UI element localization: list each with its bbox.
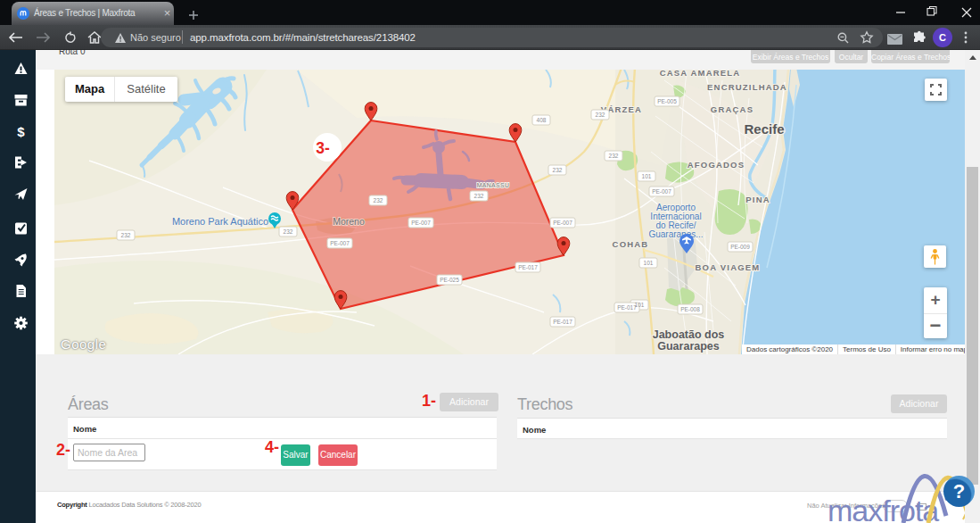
svg-text:GRAÇAS: GRAÇAS xyxy=(711,104,754,114)
svg-text:232: 232 xyxy=(474,193,484,199)
svg-text:PE-007: PE-007 xyxy=(411,220,431,226)
svg-text:ENCRUZILHADA: ENCRUZILHADA xyxy=(707,82,787,92)
svg-text:408: 408 xyxy=(537,117,547,123)
svg-text:232: 232 xyxy=(374,197,383,203)
svg-text:PE-007: PE-007 xyxy=(330,240,350,246)
svg-text:COHAB: COHAB xyxy=(613,239,649,249)
svg-text:Moreno Park Aquático: Moreno Park Aquático xyxy=(172,216,268,227)
svg-text:Guararapes...: Guararapes... xyxy=(648,229,703,239)
svg-text:PINA: PINA xyxy=(745,195,770,204)
svg-text:3-: 3- xyxy=(316,139,330,157)
svg-text:PE-009: PE-009 xyxy=(730,244,750,250)
svg-text:Moreno: Moreno xyxy=(333,216,365,227)
svg-text:PE-008: PE-008 xyxy=(680,306,700,312)
svg-text:PE-017: PE-017 xyxy=(553,319,572,325)
svg-text:$: $ xyxy=(17,124,25,139)
svg-text:MANASSU: MANASSU xyxy=(477,182,509,188)
svg-text:AFOGADOS: AFOGADOS xyxy=(688,160,745,170)
svg-text:232: 232 xyxy=(609,153,619,159)
svg-text:CASA AMARELA: CASA AMARELA xyxy=(660,70,741,78)
svg-text:Jaboatão dos: Jaboatão dos xyxy=(653,328,725,341)
svg-text:101: 101 xyxy=(644,260,654,266)
svg-text:PE-007: PE-007 xyxy=(652,188,671,195)
svg-text:232: 232 xyxy=(553,167,563,173)
svg-text:PE-025: PE-025 xyxy=(440,277,459,283)
svg-text:232: 232 xyxy=(284,228,293,235)
svg-text:232: 232 xyxy=(121,232,131,238)
svg-text:BOA VIAGEM: BOA VIAGEM xyxy=(696,262,761,272)
svg-text:PE-017: PE-017 xyxy=(617,304,637,311)
svg-text:232: 232 xyxy=(596,112,605,118)
svg-text:Guararapes: Guararapes xyxy=(657,340,720,353)
svg-text:PE-007: PE-007 xyxy=(553,220,572,226)
svg-text:101: 101 xyxy=(642,173,652,179)
svg-text:PE-017: PE-017 xyxy=(518,264,538,270)
svg-text:Recife: Recife xyxy=(744,121,784,137)
svg-text:PE-005: PE-005 xyxy=(657,98,677,104)
